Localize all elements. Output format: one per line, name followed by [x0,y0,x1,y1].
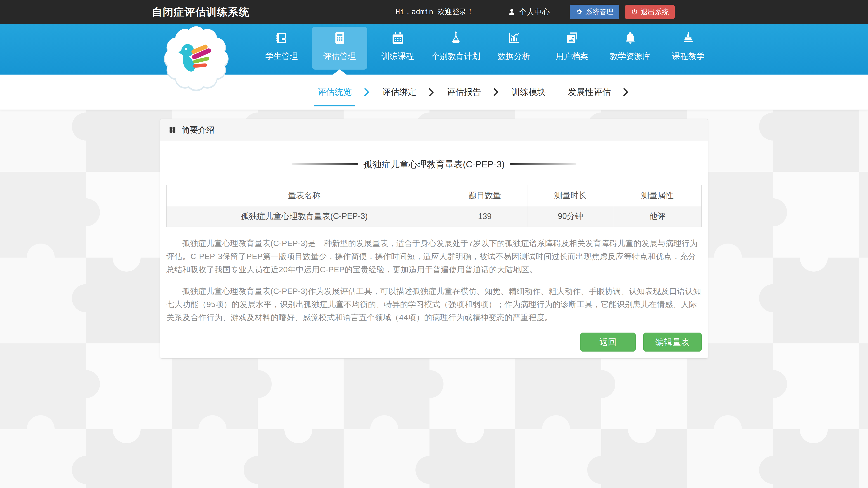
logout-label: 退出系统 [641,7,669,17]
cell-item-count: 139 [442,206,528,227]
panel-header: 简要介绍 [160,119,708,141]
training-course-icon [391,31,405,45]
content-area: 简要介绍 孤独症儿童心理教育量表(C-PEP-3) 量表名称 题目数量 测量时长… [0,110,868,359]
nav-item-user-archive[interactable]: 用户档案 [543,24,601,74]
table-header-row: 量表名称 题目数量 测量时长 测量属性 [166,185,702,206]
app-title: 自闭症评估训练系统 [152,0,250,24]
col-header-duration: 测量时长 [528,185,613,206]
cell-scale-name: 孤独症儿童心理教育量表(C-PEP-3) [166,206,442,227]
chevron-right-icon [364,88,370,97]
action-buttons: 返回 编辑量表 [166,332,702,352]
nav-menu: 学生管理 评估管理 训练课程 个别教育计划 数据分析 用户档案 教学资源库 课 [252,24,717,74]
user-icon [508,8,516,16]
table-row: 孤独症儿童心理教育量表(C-PEP-3) 139 90分钟 他评 [166,206,702,227]
power-icon [631,8,638,15]
nav-item-student-manage[interactable]: 学生管理 [252,24,311,74]
nav-item-assessment-manage[interactable]: 评估管理 [311,24,369,74]
scale-description: 孤独症儿童心理教育量表(C-PEP-3)是一种新型的发展量表，适合于身心发展处于… [166,237,702,324]
chevron-right-icon [623,88,629,97]
assessment-manage-icon [333,31,347,45]
scale-info-table: 量表名称 题目数量 测量时长 测量属性 孤独症儿童心理教育量表(C-PEP-3)… [166,185,702,227]
resource-bell-icon [623,31,637,45]
grid-icon [168,126,176,134]
decorative-line-right [510,163,577,165]
scale-title: 孤独症儿童心理教育量表(C-PEP-3) [364,158,504,170]
logout-button[interactable]: 退出系统 [625,5,675,19]
subnav-item-developmental[interactable]: 发展性评估 [567,86,612,98]
subnav: 评估统览 评估绑定 评估报告 训练模块 发展性评估 [0,74,868,110]
system-manage-button[interactable]: 系统管理 [569,5,619,19]
nav-item-course-teaching[interactable]: 课程教学 [659,24,717,74]
nav-item-label: 数据分析 [498,51,530,62]
chevron-right-icon [493,88,499,97]
welcome-text: Hi，admin 欢迎登录！ [396,7,474,17]
subnav-item-binding[interactable]: 评估绑定 [381,86,417,98]
cell-attribute: 他评 [613,206,702,227]
app-logo [163,25,229,91]
nav-item-data-analytics[interactable]: 数据分析 [485,24,543,74]
iep-flask-icon [449,31,463,45]
subnav-item-training-module[interactable]: 训练模块 [510,86,547,98]
nav-item-label: 用户档案 [556,51,588,62]
scale-title-row: 孤独症儿童心理教育量表(C-PEP-3) [166,158,702,170]
cell-duration: 90分钟 [528,206,613,227]
user-archive-icon [565,31,579,45]
panel-title: 简要介绍 [182,125,214,135]
gear-icon [576,8,583,15]
intro-panel: 简要介绍 孤独症儿童心理教育量表(C-PEP-3) 量表名称 题目数量 测量时长… [160,119,708,359]
data-analytics-icon [507,31,521,45]
student-manage-icon [275,31,289,45]
nav-item-label: 训练课程 [381,51,414,62]
nav-item-label: 教学资源库 [610,51,651,62]
col-header-item-count: 题目数量 [442,185,528,206]
course-teaching-icon [681,31,695,45]
nav-item-label: 课程教学 [672,51,705,62]
topbar: 自闭症评估训练系统 Hi，admin 欢迎登录！ 个人中心 系统管理 退出系统 [0,0,868,24]
description-paragraph: 孤独症儿童心理教育量表(C-PEP-3)作为发展评估工具，可以描述孤独症儿童在模… [166,285,702,324]
nav-item-resource-library[interactable]: 教学资源库 [601,24,659,74]
nav-item-label: 个别教育计划 [432,51,480,62]
subnav-item-report[interactable]: 评估报告 [446,86,482,98]
profile-label: 个人中心 [519,7,550,17]
edit-scale-button[interactable]: 编辑量表 [643,332,702,352]
nav-item-iep[interactable]: 个别教育计划 [427,24,485,74]
main-navbar: 学生管理 评估管理 训练课程 个别教育计划 数据分析 用户档案 教学资源库 课 [0,24,868,74]
profile-link[interactable]: 个人中心 [508,7,550,17]
description-paragraph: 孤独症儿童心理教育量表(C-PEP-3)是一种新型的发展量表，适合于身心发展处于… [166,237,702,276]
nav-item-training-course[interactable]: 训练课程 [369,24,427,74]
decorative-line-left [291,163,358,165]
nav-item-label: 学生管理 [266,51,298,62]
col-header-attribute: 测量属性 [613,185,702,206]
chevron-right-icon [429,88,434,97]
nav-item-label: 评估管理 [323,51,356,62]
col-header-scale-name: 量表名称 [166,185,442,206]
system-manage-label: 系统管理 [585,7,614,17]
subnav-item-overview[interactable]: 评估统览 [316,86,352,98]
back-button[interactable]: 返回 [580,332,636,352]
